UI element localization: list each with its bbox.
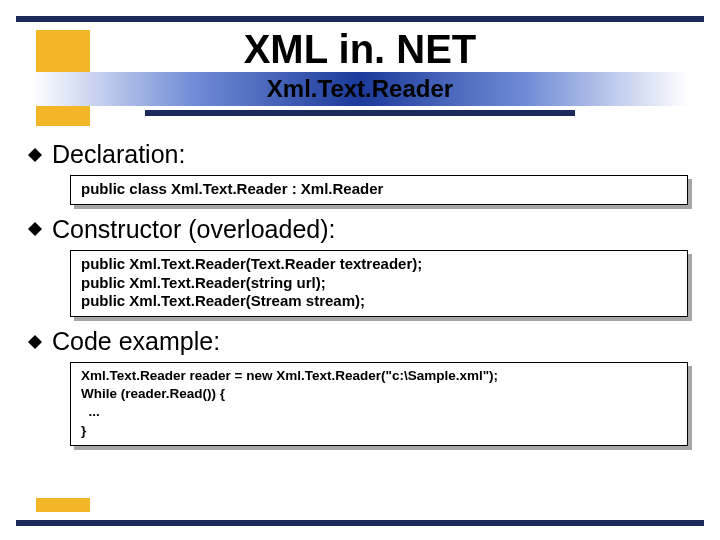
slide: XML in. NET Xml.Text.Reader Declaration:… — [0, 0, 720, 540]
title-under-rule — [145, 110, 575, 116]
content-area: Declaration: public class Xml.Text.Reade… — [28, 140, 688, 452]
diamond-bullet-icon — [28, 148, 42, 162]
bottom-accent-block — [36, 498, 90, 512]
svg-marker-1 — [28, 222, 42, 236]
slide-title: XML in. NET — [16, 28, 704, 70]
slide-subtitle: Xml.Text.Reader — [267, 75, 453, 103]
bullet-code-example: Code example: — [28, 327, 688, 356]
diamond-bullet-icon — [28, 335, 42, 349]
heading-constructor: Constructor (overloaded): — [52, 215, 335, 244]
top-rule — [16, 16, 704, 22]
heading-declaration: Declaration: — [52, 140, 185, 169]
bullet-constructor: Constructor (overloaded): — [28, 215, 688, 244]
code-box-constructor: public Xml.Text.Reader(Text.Reader textr… — [70, 250, 688, 317]
bottom-rule — [16, 520, 704, 526]
code-box-code-example: Xml.Text.Reader reader = new Xml.Text.Re… — [70, 362, 688, 446]
title-area: XML in. NET Xml.Text.Reader — [16, 28, 704, 116]
diamond-bullet-icon — [28, 222, 42, 236]
bullet-declaration: Declaration: — [28, 140, 688, 169]
svg-marker-0 — [28, 148, 42, 162]
svg-marker-2 — [28, 335, 42, 349]
code-box-declaration: public class Xml.Text.Reader : Xml.Reade… — [70, 175, 688, 205]
heading-code-example: Code example: — [52, 327, 220, 356]
subtitle-gradient-track: Xml.Text.Reader — [32, 72, 688, 106]
